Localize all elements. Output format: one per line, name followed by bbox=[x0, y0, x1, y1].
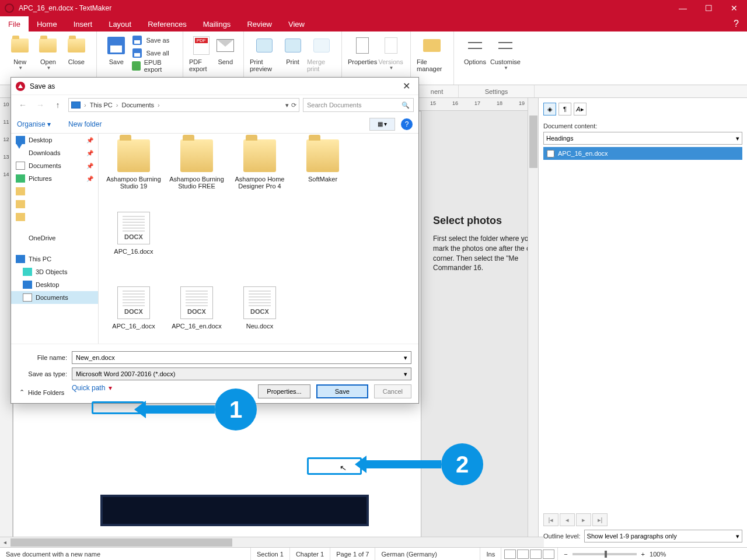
file-manager-button[interactable]: File manager bbox=[417, 34, 447, 80]
view-mode-button[interactable]: ▦ ▾ bbox=[369, 118, 395, 131]
status-language[interactable]: German (Germany) bbox=[375, 548, 480, 560]
print-button[interactable]: Print bbox=[278, 34, 307, 80]
side-desktop[interactable]: Desktop📌 bbox=[11, 134, 98, 146]
annotation-1: 1 bbox=[145, 388, 257, 430]
side-recent1[interactable] bbox=[11, 185, 98, 198]
tab-mailings[interactable]: Mailings bbox=[195, 16, 239, 32]
dialog-help-button[interactable]: ? bbox=[401, 118, 413, 130]
side-thispc[interactable]: This PC bbox=[11, 253, 98, 265]
file-item[interactable]: APC_16_en.docx bbox=[165, 286, 228, 344]
sidebar-tab-char-icon[interactable]: A▸ bbox=[574, 103, 587, 116]
breadcrumb-dropdown-icon[interactable]: ▾ bbox=[285, 102, 289, 109]
nav-up-button[interactable]: ↑ bbox=[51, 98, 65, 112]
tab-file[interactable]: File bbox=[0, 16, 29, 32]
save-as-button[interactable]: Save as bbox=[132, 34, 177, 47]
side-onedrive[interactable]: OneDrive bbox=[11, 232, 98, 244]
horizontal-scrollbar[interactable]: ◂ bbox=[0, 537, 544, 547]
file-item[interactable]: APC_16_.docx bbox=[102, 286, 165, 344]
side-downloads[interactable]: Downloads📌 bbox=[11, 146, 98, 159]
breadcrumb-bar[interactable]: › This PC › Documents › ▾⟳ bbox=[68, 98, 299, 112]
zoom-in-icon[interactable]: + bbox=[641, 551, 645, 558]
view-mode-1-icon[interactable] bbox=[504, 550, 516, 559]
dialog-search-input[interactable]: Search Documents 🔍 bbox=[303, 98, 414, 112]
file-item[interactable]: APC_16.docx bbox=[102, 212, 165, 282]
pdf-export-button[interactable]: PDF export bbox=[189, 34, 214, 80]
side-pictures[interactable]: Pictures📌 bbox=[11, 172, 98, 185]
minimize-button[interactable]: — bbox=[670, 0, 696, 16]
filename-input[interactable]: New_en.docx▾ bbox=[72, 351, 411, 364]
status-bar: Save document with a new name Section 1 … bbox=[0, 547, 747, 560]
organise-button[interactable]: Organise ▾ bbox=[17, 120, 51, 128]
dialog-nav-bar: ← → ↑ › This PC › Documents › ▾⟳ Search … bbox=[11, 95, 418, 115]
tab-home[interactable]: Home bbox=[29, 16, 65, 32]
nav-next-button[interactable]: ▸ bbox=[576, 513, 591, 526]
side-3dobjects[interactable]: 3D Objects bbox=[11, 265, 98, 278]
side-desktop2[interactable]: Desktop bbox=[11, 278, 98, 291]
document-content-label: Document content: bbox=[543, 123, 742, 130]
dialog-app-icon bbox=[16, 82, 25, 91]
view-mode-3-icon[interactable] bbox=[530, 550, 542, 559]
outline-root-checkbox[interactable] bbox=[547, 150, 554, 158]
sidebar-tab-nav-icon[interactable]: ◈ bbox=[543, 103, 556, 116]
nav-prev-button[interactable]: ◂ bbox=[560, 513, 575, 526]
outline-root-item[interactable]: APC_16_en.docx bbox=[543, 147, 742, 160]
save-button[interactable]: Save bbox=[103, 34, 130, 80]
send-button[interactable]: Send bbox=[214, 34, 238, 80]
maximize-button[interactable]: ☐ bbox=[696, 0, 721, 16]
epub-export-button[interactable]: EPUB export bbox=[132, 60, 177, 72]
properties-button[interactable]: Properties bbox=[348, 34, 377, 80]
tab-references[interactable]: References bbox=[139, 16, 194, 32]
close-doc-button[interactable]: Close bbox=[62, 34, 90, 80]
window-buttons: — ☐ ✕ bbox=[670, 0, 747, 16]
dialog-properties-button[interactable]: Properties... bbox=[258, 384, 310, 398]
side-documents-selected[interactable]: Documents bbox=[11, 291, 98, 304]
dialog-title: Save as bbox=[30, 82, 55, 90]
view-mode-4-icon[interactable] bbox=[543, 550, 554, 559]
new-folder-button[interactable]: New folder bbox=[68, 120, 102, 128]
file-item[interactable]: SoftMaker bbox=[291, 139, 354, 209]
tab-insert[interactable]: Insert bbox=[65, 16, 101, 32]
file-item[interactable]: Ashampoo Burning Studio 19 bbox=[102, 139, 165, 209]
file-item[interactable]: Ashampoo Home Designer Pro 4 bbox=[228, 139, 291, 209]
save-all-button[interactable]: Save all bbox=[132, 47, 177, 60]
file-item[interactable]: Ashampoo Burning Studio FREE bbox=[165, 139, 228, 209]
file-item[interactable]: Neu.docx bbox=[228, 286, 291, 344]
vertical-scrollbar[interactable] bbox=[528, 98, 538, 547]
zoom-control[interactable]: − + 100% bbox=[558, 551, 672, 558]
nav-back-button[interactable]: ← bbox=[16, 98, 30, 112]
zoom-out-icon[interactable]: − bbox=[564, 551, 567, 558]
sidebar-tab-para-icon[interactable]: ¶ bbox=[558, 103, 571, 116]
close-button[interactable]: ✕ bbox=[721, 0, 747, 16]
print-preview-button[interactable]: Print preview bbox=[250, 34, 278, 80]
tab-layout[interactable]: Layout bbox=[100, 16, 139, 32]
tab-review[interactable]: Review bbox=[239, 16, 280, 32]
savetype-select[interactable]: Microsoft Word 2007-2016 (*.docx)▾ bbox=[72, 368, 411, 380]
open-button[interactable]: Open▼ bbox=[34, 34, 62, 80]
document-image-thumb bbox=[100, 495, 369, 526]
status-ins[interactable]: Ins bbox=[480, 548, 501, 560]
outline-level-select[interactable]: Show level 1-9 paragraphs only▾ bbox=[584, 530, 742, 542]
headings-select[interactable]: Headings▾ bbox=[543, 132, 742, 145]
side-documents[interactable]: Documents📌 bbox=[11, 159, 98, 172]
refresh-icon[interactable]: ⟳ bbox=[291, 102, 296, 109]
new-button[interactable]: New▼ bbox=[6, 34, 34, 80]
sidebar-panel: ◈ ¶ A▸ Document content: Headings▾ APC_1… bbox=[538, 98, 747, 547]
search-icon[interactable]: 🔍 bbox=[402, 102, 410, 109]
nav-first-button[interactable]: |◂ bbox=[543, 513, 558, 526]
dialog-close-button[interactable]: ✕ bbox=[399, 80, 414, 92]
side-recent2[interactable] bbox=[11, 198, 98, 211]
help-button[interactable]: ? bbox=[725, 16, 747, 32]
dialog-save-button[interactable]: Save bbox=[316, 384, 368, 398]
side-recent3[interactable] bbox=[11, 211, 98, 223]
view-mode-2-icon[interactable] bbox=[517, 550, 529, 559]
status-chapter: Chapter 1 bbox=[290, 548, 330, 560]
dialog-cancel-button[interactable]: Cancel bbox=[374, 384, 411, 398]
options-button[interactable]: Options bbox=[460, 34, 490, 80]
hide-folders-button[interactable]: ⌃Hide Folders bbox=[19, 388, 64, 396]
tab-view[interactable]: View bbox=[280, 16, 313, 32]
customise-button[interactable]: Customise▼ bbox=[490, 34, 521, 80]
title-bar: APC_16_en.docx - TextMaker — ☐ ✕ bbox=[0, 0, 747, 16]
dialog-toolbar: Organise ▾ New folder ▦ ▾ ? bbox=[11, 115, 418, 134]
zoom-slider[interactable] bbox=[573, 553, 637, 555]
nav-last-button[interactable]: ▸| bbox=[592, 513, 608, 526]
